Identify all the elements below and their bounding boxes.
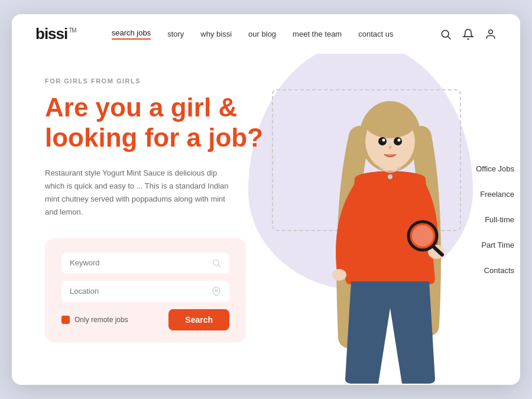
svg-point-5 bbox=[215, 289, 218, 291]
hero-right: Office Jobs Freelance Full-time Part Tim… bbox=[296, 54, 520, 385]
side-link-freelance[interactable]: Freelance bbox=[476, 190, 514, 199]
hero-title: Are you a girl & looking for a job? bbox=[45, 93, 272, 153]
hero-description: Restaurant style Yogurt Mint Sauce is de… bbox=[45, 167, 234, 219]
svg-point-0 bbox=[442, 30, 449, 37]
remote-checkbox-wrap[interactable]: Only remote jobs bbox=[61, 316, 128, 324]
svg-point-15 bbox=[388, 174, 392, 179]
notification-icon[interactable] bbox=[462, 28, 474, 40]
hero-section: FOR GIRLS FROM GIRLS Are you a girl & lo… bbox=[12, 54, 520, 385]
svg-line-1 bbox=[448, 36, 451, 39]
browser-window: bissiTM search jobs story why bissi our … bbox=[12, 14, 520, 385]
svg-point-14 bbox=[332, 269, 346, 281]
svg-point-12 bbox=[412, 225, 433, 246]
nav-icons bbox=[440, 28, 497, 40]
hero-tagline: FOR GIRLS FROM GIRLS bbox=[45, 77, 272, 85]
side-link-parttime[interactable]: Part Time bbox=[476, 241, 514, 249]
remote-label: Only remote jobs bbox=[74, 316, 128, 324]
svg-point-17 bbox=[394, 137, 402, 145]
nav-meet-team[interactable]: meet the team bbox=[293, 30, 342, 38]
side-link-contacts[interactable]: Contacts bbox=[476, 266, 514, 275]
user-icon[interactable] bbox=[485, 28, 497, 40]
remote-checkbox[interactable] bbox=[61, 316, 70, 324]
person-figure bbox=[307, 77, 473, 385]
logo-tm: TM bbox=[69, 27, 76, 34]
svg-point-16 bbox=[378, 137, 387, 145]
search-box: Only remote jobs Search bbox=[45, 238, 246, 342]
keyword-field bbox=[61, 252, 229, 274]
nav-links: search jobs story why bissi our blog mee… bbox=[112, 28, 440, 40]
hero-left: FOR GIRLS FROM GIRLS Are you a girl & lo… bbox=[12, 54, 296, 385]
side-link-fulltime[interactable]: Full-time bbox=[476, 215, 514, 224]
svg-point-3 bbox=[213, 259, 219, 265]
location-field bbox=[61, 281, 229, 302]
side-link-office[interactable]: Office Jobs bbox=[476, 164, 514, 173]
svg-point-2 bbox=[489, 30, 493, 34]
nav-search-jobs[interactable]: search jobs bbox=[112, 28, 151, 40]
nav-blog[interactable]: our blog bbox=[248, 30, 276, 38]
svg-point-18 bbox=[382, 139, 385, 142]
location-input[interactable] bbox=[70, 287, 212, 296]
keyword-input[interactable] bbox=[70, 258, 212, 267]
search-icon[interactable] bbox=[440, 28, 452, 40]
search-button[interactable]: Search bbox=[168, 309, 229, 330]
nav-why-bissi[interactable]: why bissi bbox=[200, 30, 232, 38]
svg-line-4 bbox=[218, 265, 220, 267]
search-footer: Only remote jobs Search bbox=[61, 309, 229, 330]
side-links: Office Jobs Freelance Full-time Part Tim… bbox=[476, 164, 520, 275]
svg-point-19 bbox=[398, 139, 401, 142]
nav-story[interactable]: story bbox=[167, 30, 184, 38]
navbar: bissiTM search jobs story why bissi our … bbox=[12, 14, 520, 54]
svg-point-8 bbox=[364, 105, 416, 138]
location-icon bbox=[212, 287, 221, 296]
logo[interactable]: bissiTM bbox=[35, 25, 76, 43]
nav-contact[interactable]: contact us bbox=[358, 30, 393, 38]
keyword-search-icon bbox=[212, 258, 221, 268]
person-svg bbox=[319, 89, 461, 385]
logo-text: bissi bbox=[35, 25, 67, 43]
